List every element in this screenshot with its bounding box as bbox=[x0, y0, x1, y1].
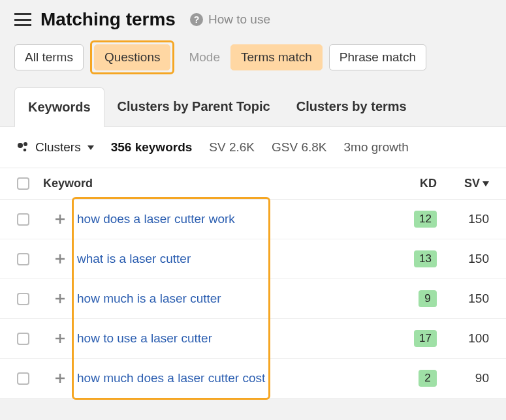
sv-value: 150 bbox=[437, 292, 489, 306]
column-kd[interactable]: KD bbox=[385, 177, 437, 190]
tab-clusters-parent[interactable]: Clusters by Parent Topic bbox=[104, 87, 283, 127]
stat-gsv: GSV 6.8K bbox=[272, 140, 327, 155]
add-icon[interactable] bbox=[52, 331, 68, 346]
stat-growth: 3mo growth bbox=[344, 140, 409, 155]
table-row: how does a laser cutter work 12 150 bbox=[0, 200, 506, 239]
add-icon[interactable] bbox=[52, 251, 68, 267]
kd-badge: 17 bbox=[414, 330, 437, 347]
kd-badge: 13 bbox=[414, 250, 437, 267]
help-link[interactable]: ? How to use bbox=[190, 12, 270, 27]
keyword-link[interactable]: how much does a laser cutter cost bbox=[77, 371, 265, 385]
clusters-dropdown[interactable]: Clusters bbox=[17, 140, 94, 155]
row-checkbox[interactable] bbox=[17, 213, 29, 226]
kd-badge: 2 bbox=[419, 370, 437, 387]
keyword-count: 356 keywords bbox=[111, 140, 193, 155]
table-row: how much is a laser cutter 9 150 bbox=[0, 279, 506, 319]
filter-phrase-match[interactable]: Phrase match bbox=[329, 44, 426, 70]
chevron-down-icon bbox=[87, 145, 94, 150]
filter-terms-match[interactable]: Terms match bbox=[230, 44, 323, 70]
svg-point-2 bbox=[24, 149, 27, 152]
tab-clusters-terms[interactable]: Clusters by terms bbox=[283, 87, 420, 127]
add-icon[interactable] bbox=[52, 370, 68, 386]
stat-sv: SV 2.6K bbox=[209, 140, 255, 155]
clusters-label: Clusters bbox=[35, 140, 81, 155]
row-checkbox[interactable] bbox=[17, 372, 29, 385]
row-checkbox[interactable] bbox=[17, 293, 29, 305]
table-row: how much does a laser cutter cost 2 90 bbox=[0, 359, 506, 398]
clusters-icon bbox=[17, 141, 30, 154]
kd-badge: 12 bbox=[414, 211, 437, 228]
keyword-link[interactable]: what is a laser cutter bbox=[77, 252, 191, 265]
column-keyword[interactable]: Keyword bbox=[43, 177, 385, 190]
add-icon[interactable] bbox=[52, 211, 68, 227]
keyword-link[interactable]: how much is a laser cutter bbox=[77, 292, 221, 305]
sort-desc-icon bbox=[482, 181, 489, 187]
sv-value: 150 bbox=[437, 252, 489, 266]
filter-questions[interactable]: Questions bbox=[94, 44, 171, 70]
highlight-questions: Questions bbox=[90, 40, 175, 74]
add-icon[interactable] bbox=[52, 291, 68, 307]
tab-keywords[interactable]: Keywords bbox=[14, 87, 104, 127]
menu-icon[interactable] bbox=[14, 13, 31, 26]
kd-badge: 9 bbox=[419, 290, 437, 307]
row-checkbox[interactable] bbox=[17, 333, 29, 345]
column-sv-label: SV bbox=[464, 177, 480, 190]
table-row: what is a laser cutter 13 150 bbox=[0, 239, 506, 279]
svg-point-1 bbox=[24, 142, 27, 146]
column-sv[interactable]: SV bbox=[437, 177, 489, 190]
filter-all-terms[interactable]: All terms bbox=[14, 44, 84, 70]
keyword-link[interactable]: how does a laser cutter work bbox=[77, 212, 235, 226]
help-label: How to use bbox=[208, 12, 270, 27]
keyword-link[interactable]: how to use a laser cutter bbox=[77, 331, 212, 345]
svg-point-0 bbox=[18, 143, 23, 148]
sv-value: 150 bbox=[437, 212, 489, 226]
help-icon: ? bbox=[190, 13, 203, 26]
select-all-checkbox[interactable] bbox=[17, 177, 29, 190]
row-checkbox[interactable] bbox=[17, 253, 29, 265]
mode-label: Mode bbox=[189, 50, 220, 65]
table-row: how to use a laser cutter 17 100 bbox=[0, 319, 506, 359]
sv-value: 100 bbox=[437, 331, 489, 346]
page-title: Matching terms bbox=[40, 9, 176, 30]
sv-value: 90 bbox=[437, 371, 489, 385]
